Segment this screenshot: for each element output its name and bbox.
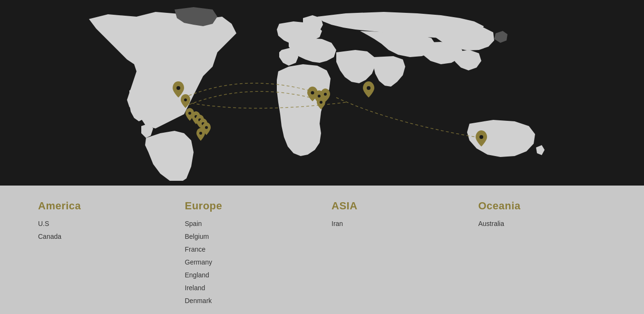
asia-title: ASIA	[332, 200, 459, 212]
world-map	[13, 5, 631, 181]
region-america: America U.S Canada	[29, 200, 176, 300]
region-asia: ASIA Iran	[322, 200, 469, 300]
oceania-item-0: Australia	[478, 219, 606, 229]
svg-point-10	[324, 93, 327, 96]
oceania-title: Oceania	[478, 200, 606, 212]
europe-item-1: Belgium	[185, 232, 313, 242]
america-item-1: Canada	[38, 232, 166, 242]
europe-item-3: Germany	[185, 257, 313, 267]
europe-item-2: France	[185, 245, 313, 255]
svg-point-2	[188, 112, 191, 115]
svg-point-0	[176, 86, 180, 90]
svg-point-13	[479, 135, 483, 139]
svg-point-11	[320, 101, 322, 104]
asia-item-0: Iran	[332, 219, 459, 229]
region-oceania: Oceania Australia	[469, 200, 616, 300]
europe-item-4: England	[185, 270, 313, 280]
europe-item-0: Spain	[185, 219, 313, 229]
svg-point-7	[199, 132, 202, 135]
europe-title: Europe	[185, 200, 313, 212]
america-title: America	[38, 200, 166, 212]
america-item-0: U.S	[38, 219, 166, 229]
region-europe: Europe Spain Belgium France Germany Engl…	[176, 200, 322, 300]
europe-item-6: Denmark	[185, 296, 313, 306]
svg-point-9	[318, 95, 321, 98]
svg-point-8	[311, 91, 314, 95]
svg-point-12	[367, 86, 371, 90]
svg-point-1	[184, 98, 187, 101]
info-section: America U.S Canada Europe Spain Belgium …	[0, 186, 644, 314]
map-section	[0, 0, 644, 186]
europe-item-5: Ireland	[185, 283, 313, 293]
svg-point-6	[205, 126, 208, 129]
